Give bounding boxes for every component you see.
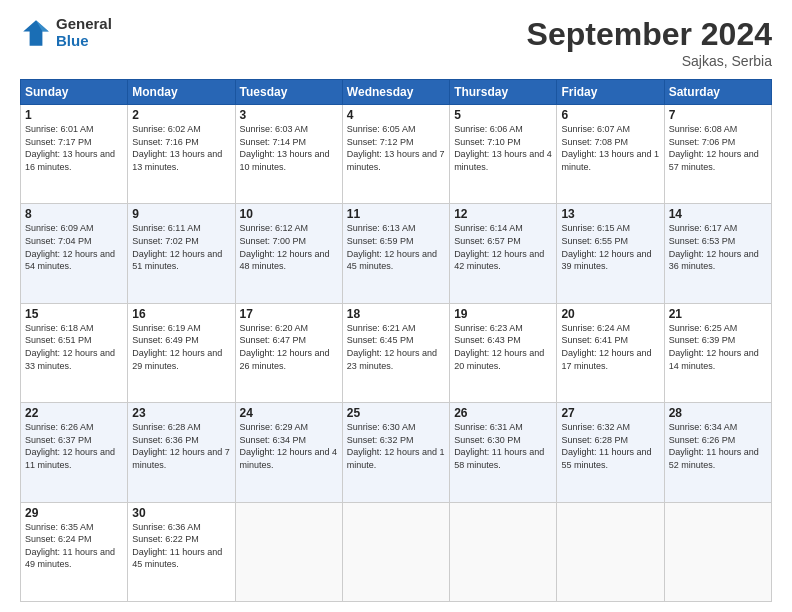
day-cell-10: 10 Sunrise: 6:12 AMSunset: 7:00 PMDaylig… [235,204,342,303]
day-number: 14 [669,207,767,221]
day-cell-5: 5 Sunrise: 6:06 AMSunset: 7:10 PMDayligh… [450,105,557,204]
day-info: Sunrise: 6:36 AMSunset: 6:22 PMDaylight:… [132,522,222,570]
day-info: Sunrise: 6:08 AMSunset: 7:06 PMDaylight:… [669,124,759,172]
day-number: 5 [454,108,552,122]
empty-cell [557,502,664,601]
day-cell-6: 6 Sunrise: 6:07 AMSunset: 7:08 PMDayligh… [557,105,664,204]
day-info: Sunrise: 6:11 AMSunset: 7:02 PMDaylight:… [132,223,222,271]
weekday-header-tuesday: Tuesday [235,80,342,105]
day-number: 13 [561,207,659,221]
day-number: 10 [240,207,338,221]
weekday-header-friday: Friday [557,80,664,105]
day-info: Sunrise: 6:01 AMSunset: 7:17 PMDaylight:… [25,124,115,172]
empty-cell [664,502,771,601]
day-cell-16: 16 Sunrise: 6:19 AMSunset: 6:49 PMDaylig… [128,303,235,402]
day-info: Sunrise: 6:21 AMSunset: 6:45 PMDaylight:… [347,323,437,371]
week-row-2: 8 Sunrise: 6:09 AMSunset: 7:04 PMDayligh… [21,204,772,303]
weekday-header-saturday: Saturday [664,80,771,105]
day-number: 6 [561,108,659,122]
day-number: 26 [454,406,552,420]
week-row-1: 1 Sunrise: 6:01 AMSunset: 7:17 PMDayligh… [21,105,772,204]
logo: General Blue [20,16,112,49]
day-cell-1: 1 Sunrise: 6:01 AMSunset: 7:17 PMDayligh… [21,105,128,204]
week-row-3: 15 Sunrise: 6:18 AMSunset: 6:51 PMDaylig… [21,303,772,402]
day-number: 1 [25,108,123,122]
empty-cell [235,502,342,601]
day-info: Sunrise: 6:17 AMSunset: 6:53 PMDaylight:… [669,223,759,271]
day-info: Sunrise: 6:05 AMSunset: 7:12 PMDaylight:… [347,124,445,172]
day-number: 2 [132,108,230,122]
weekday-header-wednesday: Wednesday [342,80,449,105]
day-cell-30: 30 Sunrise: 6:36 AMSunset: 6:22 PMDaylig… [128,502,235,601]
day-number: 18 [347,307,445,321]
day-info: Sunrise: 6:32 AMSunset: 6:28 PMDaylight:… [561,422,651,470]
day-cell-20: 20 Sunrise: 6:24 AMSunset: 6:41 PMDaylig… [557,303,664,402]
day-number: 4 [347,108,445,122]
day-info: Sunrise: 6:24 AMSunset: 6:41 PMDaylight:… [561,323,651,371]
day-info: Sunrise: 6:09 AMSunset: 7:04 PMDaylight:… [25,223,115,271]
day-cell-25: 25 Sunrise: 6:30 AMSunset: 6:32 PMDaylig… [342,403,449,502]
day-cell-8: 8 Sunrise: 6:09 AMSunset: 7:04 PMDayligh… [21,204,128,303]
title-block: September 2024 Sajkas, Serbia [527,16,772,69]
day-cell-26: 26 Sunrise: 6:31 AMSunset: 6:30 PMDaylig… [450,403,557,502]
day-cell-19: 19 Sunrise: 6:23 AMSunset: 6:43 PMDaylig… [450,303,557,402]
day-info: Sunrise: 6:07 AMSunset: 7:08 PMDaylight:… [561,124,659,172]
day-cell-17: 17 Sunrise: 6:20 AMSunset: 6:47 PMDaylig… [235,303,342,402]
day-cell-12: 12 Sunrise: 6:14 AMSunset: 6:57 PMDaylig… [450,204,557,303]
logo-blue-text: Blue [56,33,112,50]
day-cell-24: 24 Sunrise: 6:29 AMSunset: 6:34 PMDaylig… [235,403,342,502]
day-cell-28: 28 Sunrise: 6:34 AMSunset: 6:26 PMDaylig… [664,403,771,502]
day-info: Sunrise: 6:18 AMSunset: 6:51 PMDaylight:… [25,323,115,371]
week-row-5: 29 Sunrise: 6:35 AMSunset: 6:24 PMDaylig… [21,502,772,601]
day-info: Sunrise: 6:34 AMSunset: 6:26 PMDaylight:… [669,422,759,470]
header: General Blue September 2024 Sajkas, Serb… [20,16,772,69]
month-title: September 2024 [527,16,772,53]
day-number: 16 [132,307,230,321]
day-info: Sunrise: 6:06 AMSunset: 7:10 PMDaylight:… [454,124,552,172]
day-number: 7 [669,108,767,122]
day-number: 20 [561,307,659,321]
day-cell-7: 7 Sunrise: 6:08 AMSunset: 7:06 PMDayligh… [664,105,771,204]
day-number: 9 [132,207,230,221]
day-number: 12 [454,207,552,221]
day-info: Sunrise: 6:31 AMSunset: 6:30 PMDaylight:… [454,422,544,470]
day-info: Sunrise: 6:19 AMSunset: 6:49 PMDaylight:… [132,323,222,371]
day-number: 17 [240,307,338,321]
day-cell-2: 2 Sunrise: 6:02 AMSunset: 7:16 PMDayligh… [128,105,235,204]
day-info: Sunrise: 6:12 AMSunset: 7:00 PMDaylight:… [240,223,330,271]
day-info: Sunrise: 6:14 AMSunset: 6:57 PMDaylight:… [454,223,544,271]
logo-text: General Blue [56,16,112,49]
day-cell-15: 15 Sunrise: 6:18 AMSunset: 6:51 PMDaylig… [21,303,128,402]
day-number: 19 [454,307,552,321]
weekday-header-thursday: Thursday [450,80,557,105]
week-row-4: 22 Sunrise: 6:26 AMSunset: 6:37 PMDaylig… [21,403,772,502]
day-cell-23: 23 Sunrise: 6:28 AMSunset: 6:36 PMDaylig… [128,403,235,502]
day-cell-9: 9 Sunrise: 6:11 AMSunset: 7:02 PMDayligh… [128,204,235,303]
day-number: 27 [561,406,659,420]
day-info: Sunrise: 6:30 AMSunset: 6:32 PMDaylight:… [347,422,445,470]
day-cell-18: 18 Sunrise: 6:21 AMSunset: 6:45 PMDaylig… [342,303,449,402]
day-info: Sunrise: 6:20 AMSunset: 6:47 PMDaylight:… [240,323,330,371]
logo-icon [20,17,52,49]
day-number: 28 [669,406,767,420]
day-info: Sunrise: 6:28 AMSunset: 6:36 PMDaylight:… [132,422,230,470]
day-number: 8 [25,207,123,221]
day-number: 30 [132,506,230,520]
weekday-header-row: SundayMondayTuesdayWednesdayThursdayFrid… [21,80,772,105]
day-info: Sunrise: 6:15 AMSunset: 6:55 PMDaylight:… [561,223,651,271]
day-cell-11: 11 Sunrise: 6:13 AMSunset: 6:59 PMDaylig… [342,204,449,303]
day-number: 23 [132,406,230,420]
day-number: 24 [240,406,338,420]
day-cell-21: 21 Sunrise: 6:25 AMSunset: 6:39 PMDaylig… [664,303,771,402]
day-info: Sunrise: 6:25 AMSunset: 6:39 PMDaylight:… [669,323,759,371]
empty-cell [450,502,557,601]
day-info: Sunrise: 6:03 AMSunset: 7:14 PMDaylight:… [240,124,330,172]
day-cell-14: 14 Sunrise: 6:17 AMSunset: 6:53 PMDaylig… [664,204,771,303]
day-cell-29: 29 Sunrise: 6:35 AMSunset: 6:24 PMDaylig… [21,502,128,601]
day-info: Sunrise: 6:02 AMSunset: 7:16 PMDaylight:… [132,124,222,172]
day-cell-13: 13 Sunrise: 6:15 AMSunset: 6:55 PMDaylig… [557,204,664,303]
page: General Blue September 2024 Sajkas, Serb… [0,0,792,612]
day-info: Sunrise: 6:26 AMSunset: 6:37 PMDaylight:… [25,422,115,470]
weekday-header-sunday: Sunday [21,80,128,105]
logo-general-text: General [56,16,112,33]
